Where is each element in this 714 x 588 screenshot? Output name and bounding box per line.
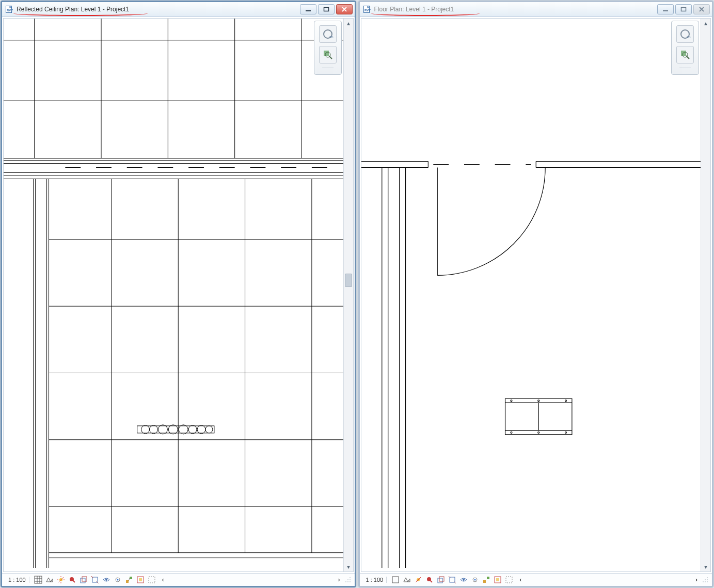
minimize-button[interactable] bbox=[300, 4, 316, 14]
expand-chevron-icon[interactable]: › bbox=[338, 576, 340, 583]
close-button[interactable] bbox=[693, 4, 710, 14]
nav-panel-handle[interactable] bbox=[679, 68, 691, 70]
sun-path-icon[interactable] bbox=[56, 575, 66, 584]
view-pane-right: RVT Floor Plan: Level 1 - Project1 bbox=[358, 1, 714, 587]
svg-rect-63 bbox=[149, 577, 155, 583]
svg-point-56 bbox=[105, 579, 107, 581]
vertical-scrollbar[interactable]: ▴ ▾ bbox=[701, 19, 710, 571]
close-button[interactable] bbox=[336, 4, 353, 14]
revit-doc-icon: RVT bbox=[5, 5, 13, 13]
svg-rect-113 bbox=[506, 577, 512, 583]
svg-point-65 bbox=[347, 579, 348, 580]
visual-style-icon[interactable] bbox=[402, 575, 411, 584]
nav-panel-handle[interactable] bbox=[322, 68, 334, 70]
resize-grip-icon[interactable] bbox=[702, 576, 709, 583]
reveal-hidden-icon[interactable] bbox=[113, 575, 122, 584]
drawing-viewport-left[interactable]: 2D ▴ ▾ bbox=[3, 18, 354, 572]
view-nav-panel: 2D bbox=[671, 21, 699, 75]
svg-point-93 bbox=[510, 432, 512, 433]
title-underline-annotation bbox=[13, 13, 148, 16]
more-chevron-icon[interactable]: ‹ bbox=[516, 575, 525, 584]
revit-doc-icon: RVT bbox=[363, 5, 371, 13]
svg-rect-62 bbox=[139, 578, 142, 581]
more-chevron-icon[interactable]: ‹ bbox=[158, 575, 168, 584]
svg-rect-110 bbox=[487, 577, 489, 579]
crop-region-icon[interactable] bbox=[90, 575, 100, 584]
visual-style-icon[interactable] bbox=[45, 575, 54, 584]
orbit-2d-tool[interactable]: 2D bbox=[319, 25, 337, 43]
minimize-button[interactable] bbox=[657, 4, 674, 14]
view-pane-left: RVT Reflected Ceiling Plan: Level 1 - Pr… bbox=[1, 1, 356, 587]
svg-point-119 bbox=[707, 581, 708, 582]
resize-grip-icon[interactable] bbox=[344, 576, 352, 583]
svg-point-106 bbox=[463, 579, 465, 581]
svg-point-115 bbox=[705, 579, 706, 580]
svg-rect-98 bbox=[681, 51, 686, 56]
svg-text:RVT: RVT bbox=[364, 9, 371, 12]
crop-view-icon[interactable] bbox=[79, 575, 88, 584]
reveal-hidden-icon[interactable] bbox=[470, 575, 480, 584]
shadows-icon[interactable] bbox=[425, 575, 434, 584]
svg-point-40 bbox=[197, 425, 205, 434]
maximize-button[interactable] bbox=[318, 4, 335, 14]
svg-point-35 bbox=[150, 425, 158, 434]
orbit-2d-tool[interactable]: 2D bbox=[676, 25, 694, 43]
svg-point-95 bbox=[565, 432, 566, 433]
worksharing-icon[interactable] bbox=[482, 575, 491, 584]
svg-rect-46 bbox=[35, 576, 42, 583]
svg-rect-104 bbox=[439, 577, 444, 581]
scroll-up-arrow[interactable]: ▴ bbox=[701, 19, 710, 28]
scroll-up-arrow[interactable]: ▴ bbox=[344, 19, 353, 28]
crop-view-icon[interactable] bbox=[436, 575, 446, 584]
svg-rect-72 bbox=[663, 10, 668, 11]
detail-level-icon[interactable] bbox=[391, 575, 400, 584]
scroll-down-arrow[interactable]: ▾ bbox=[701, 562, 710, 571]
svg-point-58 bbox=[117, 579, 118, 581]
svg-point-69 bbox=[350, 581, 351, 582]
svg-rect-100 bbox=[392, 577, 399, 583]
expand-chevron-icon[interactable]: › bbox=[695, 576, 697, 583]
crop-region-icon[interactable] bbox=[448, 575, 457, 584]
titlebar-left[interactable]: RVT Reflected Ceiling Plan: Level 1 - Pr… bbox=[2, 2, 355, 17]
floor-plan-drawing bbox=[361, 19, 710, 568]
scroll-track[interactable] bbox=[344, 28, 353, 562]
reveal-constraints-icon[interactable] bbox=[136, 575, 145, 584]
svg-point-39 bbox=[188, 425, 197, 434]
title-underline-annotation bbox=[371, 13, 480, 16]
detail-level-icon[interactable] bbox=[34, 575, 43, 584]
vertical-scrollbar[interactable]: ▴ ▾ bbox=[343, 19, 353, 571]
temp-hide-icon[interactable] bbox=[102, 575, 111, 584]
svg-point-90 bbox=[510, 400, 512, 402]
temp-hide-icon[interactable] bbox=[459, 575, 468, 584]
view-nav-panel: 2D bbox=[314, 21, 342, 75]
view-scale[interactable]: 1 : 100 bbox=[5, 577, 29, 583]
svg-rect-53 bbox=[81, 578, 85, 583]
scroll-thumb[interactable] bbox=[345, 274, 352, 287]
svg-rect-112 bbox=[496, 578, 499, 581]
window-title-right: Floor Plan: Level 1 - Project1 bbox=[374, 6, 655, 13]
scroll-down-arrow[interactable]: ▾ bbox=[344, 562, 353, 571]
sun-path-icon[interactable] bbox=[414, 575, 423, 584]
svg-point-37 bbox=[168, 425, 178, 434]
view-control-bar-left: 1 : 100 ‹ › bbox=[2, 573, 355, 586]
svg-point-67 bbox=[345, 581, 346, 582]
svg-rect-103 bbox=[438, 578, 442, 583]
svg-point-117 bbox=[703, 581, 704, 582]
zoom-region-tool[interactable] bbox=[676, 46, 694, 63]
titlebar-right[interactable]: RVT Floor Plan: Level 1 - Project1 bbox=[360, 2, 712, 17]
window-buttons-right bbox=[657, 4, 710, 14]
analytical-icon[interactable] bbox=[504, 575, 514, 584]
worksharing-icon[interactable] bbox=[124, 575, 134, 584]
scroll-track[interactable] bbox=[701, 28, 710, 562]
drawing-viewport-right[interactable]: 2D ▴ ▾ bbox=[361, 18, 711, 572]
reveal-constraints-icon[interactable] bbox=[493, 575, 502, 584]
maximize-button[interactable] bbox=[675, 4, 692, 14]
svg-point-36 bbox=[158, 425, 167, 434]
zoom-region-tool[interactable] bbox=[319, 46, 337, 63]
svg-point-41 bbox=[205, 426, 213, 433]
shadows-icon[interactable] bbox=[68, 575, 77, 584]
view-scale[interactable]: 1 : 100 bbox=[363, 577, 387, 583]
ceiling-plan-drawing bbox=[4, 19, 353, 568]
analytical-icon[interactable] bbox=[147, 575, 156, 584]
svg-point-94 bbox=[537, 432, 539, 433]
